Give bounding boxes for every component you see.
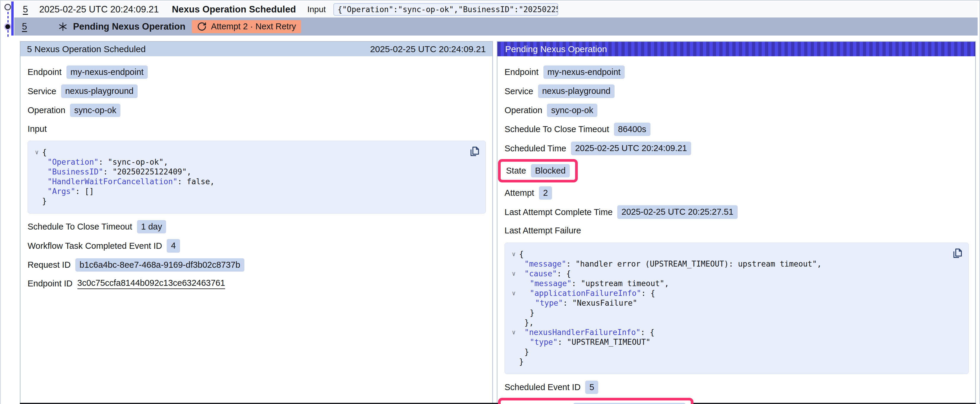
event-id-link[interactable]: 5 xyxy=(22,21,27,32)
caret-gutter: ∨ xyxy=(32,147,42,157)
json-text: "type": "UPSTREAM_TIMEOUT" xyxy=(519,337,651,347)
field-label-schedule-to-close-timeout: Schedule To Close Timeout xyxy=(28,222,132,231)
json-line: }, xyxy=(508,318,948,328)
json-line: "Operation": "sync-op-ok", xyxy=(32,157,465,167)
collapse-caret-icon[interactable]: ∨ xyxy=(512,270,516,277)
field-label-service: Service xyxy=(28,87,56,96)
caret-gutter: ∨ xyxy=(508,328,519,337)
field-row-operation: Operationsync-op-ok xyxy=(504,104,969,117)
json-line: "message": "upstream timeout", xyxy=(508,279,948,288)
caret-gutter xyxy=(508,279,519,288)
field-label-endpoint: Endpoint xyxy=(28,67,62,77)
panel-title: Pending Nexus Operation xyxy=(505,44,607,54)
event-time: 2025-02-25 UTC 20:24:09.21 xyxy=(39,4,159,15)
json-text: "HandlerWaitForCancellation": false, xyxy=(42,177,215,187)
caret-gutter xyxy=(508,308,519,318)
copy-icon[interactable] xyxy=(951,248,963,260)
annotation-highlight-state: StateBlocked xyxy=(498,159,578,182)
field-row-schedule-to-close-timeout: Schedule To Close Timeout1 day xyxy=(28,220,486,233)
field-row-endpoint-id: Endpoint ID3c0c75ccfa8144b092c13ce632463… xyxy=(28,277,486,290)
field-label-endpoint-id: Endpoint ID xyxy=(28,279,73,288)
json-line: ∨"applicationFailureInfo": { xyxy=(508,288,948,298)
caret-gutter: ∨ xyxy=(508,269,519,279)
json-text: "cause": { xyxy=(519,269,571,279)
caret-gutter xyxy=(32,177,42,187)
json-text: "message": "handler error (UPSTREAM_TIME… xyxy=(519,259,822,269)
pending-operation-panel: Pending Nexus Operation Endpointmy-nexus… xyxy=(497,41,976,403)
asterisk-icon xyxy=(58,22,68,32)
field-value-scheduled-event-id: 5 xyxy=(585,380,598,394)
history-row-pending[interactable]: 5 Pending Nexus Operation Attempt 2 · Ne… xyxy=(14,17,978,36)
json-text: "applicationFailureInfo": { xyxy=(519,288,655,298)
field-label-workflow-task-completed-event-id: Workflow Task Completed Event ID xyxy=(28,241,162,251)
field-label-operation: Operation xyxy=(28,105,65,115)
json-text: } xyxy=(519,357,524,367)
event-pending-dot-icon[interactable] xyxy=(4,23,11,30)
field-value-last-attempt-complete-time: 2025-02-25 UTC 20:25:27.51 xyxy=(617,205,737,219)
field-label-input: Input xyxy=(28,124,47,134)
panel-timestamp: 2025-02-25 UTC 20:24:09.21 xyxy=(370,44,486,54)
field-row-request-id: Request IDb1c6a4bc-8ee7-468a-9169-df3b02… xyxy=(28,258,486,272)
field-row-attempt: Attempt2 xyxy=(504,186,969,200)
field-row-endpoint: Endpointmy-nexus-endpoint xyxy=(504,65,969,79)
retry-badge-label: Attempt 2 · Next Retry xyxy=(211,22,296,32)
event-title: Pending Nexus Operation xyxy=(73,21,185,32)
field-value-request-id: b1c6a4bc-8ee7-468a-9169-df3b02c8737b xyxy=(75,258,244,272)
collapse-caret-icon[interactable]: ∨ xyxy=(35,149,39,156)
field-value-blocked-reason: The circuit breaker is open. xyxy=(573,403,686,404)
pending-panel-header: Pending Nexus Operation xyxy=(497,42,975,56)
collapse-caret-icon[interactable]: ∨ xyxy=(512,250,516,258)
event-open-circle-icon[interactable] xyxy=(5,4,11,10)
input-preview-chip[interactable]: {"Operation":"sync-op-ok","BusinessID":"… xyxy=(333,3,558,16)
field-row-endpoint: Endpointmy-nexus-endpoint xyxy=(28,65,486,79)
scheduled-panel-header: 5 Nexus Operation Scheduled 2025-02-25 U… xyxy=(21,42,492,56)
field-row-last-attempt-complete-time: Last Attempt Complete Time2025-02-25 UTC… xyxy=(504,205,969,219)
failure-json-viewer: ∨{"message": "handler error (UPSTREAM_TI… xyxy=(504,242,969,374)
json-line: "Args": [] xyxy=(32,187,465,196)
caret-gutter: ∨ xyxy=(508,288,519,298)
field-value-endpoint-id[interactable]: 3c0c75ccfa8144b092c13ce632463761 xyxy=(77,278,225,289)
field-value-operation: sync-op-ok xyxy=(70,104,121,117)
history-row-scheduled[interactable]: 5 2025-02-25 UTC 20:24:09.21 Nexus Opera… xyxy=(14,2,978,17)
app-window: 5 2025-02-25 UTC 20:24:09.21 Nexus Opera… xyxy=(0,0,980,404)
caret-gutter xyxy=(32,187,42,196)
field-row-service: Servicenexus-playground xyxy=(504,84,969,98)
field-value-state: Blocked xyxy=(531,164,570,177)
json-text: } xyxy=(42,196,47,206)
json-text: } xyxy=(519,308,535,318)
field-label-endpoint: Endpoint xyxy=(504,67,539,77)
field-value-endpoint: my-nexus-endpoint xyxy=(67,65,148,79)
field-value-service: nexus-playground xyxy=(538,84,615,98)
json-line: "type": "NexusFailure" xyxy=(508,298,948,308)
caret-gutter xyxy=(508,259,519,269)
field-value-service: nexus-playground xyxy=(61,84,138,98)
field-label-attempt: Attempt xyxy=(504,188,534,198)
timeline-active-bar xyxy=(11,2,14,36)
copy-icon[interactable] xyxy=(468,146,480,158)
field-value-workflow-task-completed-event-id: 4 xyxy=(167,239,180,252)
field-label-request-id: Request ID xyxy=(28,260,71,270)
field-row-operation: Operationsync-op-ok xyxy=(28,104,486,117)
json-line: ∨{ xyxy=(508,249,948,259)
retry-icon xyxy=(197,22,207,32)
event-id-link[interactable]: 5 xyxy=(23,4,28,15)
field-value-endpoint: my-nexus-endpoint xyxy=(543,65,625,79)
json-line: } xyxy=(508,357,948,367)
json-line: ∨{ xyxy=(32,147,465,157)
field-row-scheduled-time: Scheduled Time2025-02-25 UTC 20:24:09.21 xyxy=(504,142,969,155)
field-label-last-attempt-failure: Last Attempt Failure xyxy=(504,226,581,236)
json-line: } xyxy=(508,347,948,357)
field-label-operation: Operation xyxy=(504,105,542,115)
field-value-schedule-to-close-timeout: 86400s xyxy=(614,123,651,136)
scheduled-event-panel: 5 Nexus Operation Scheduled 2025-02-25 U… xyxy=(20,41,493,403)
json-line: "type": "UPSTREAM_TIMEOUT" xyxy=(508,337,948,347)
field-label-scheduled-time: Scheduled Time xyxy=(504,144,566,154)
input-json-viewer: ∨{"Operation": "sync-op-ok","BusinessID"… xyxy=(28,141,486,214)
caret-gutter xyxy=(32,167,42,177)
collapse-caret-icon[interactable]: ∨ xyxy=(512,290,516,297)
json-text: }, xyxy=(519,318,534,328)
field-value-schedule-to-close-timeout: 1 day xyxy=(137,220,166,233)
collapse-caret-icon[interactable]: ∨ xyxy=(512,329,516,336)
field-row-last-attempt-failure: Last Attempt Failure xyxy=(504,225,969,237)
field-label-last-attempt-complete-time: Last Attempt Complete Time xyxy=(504,208,612,217)
